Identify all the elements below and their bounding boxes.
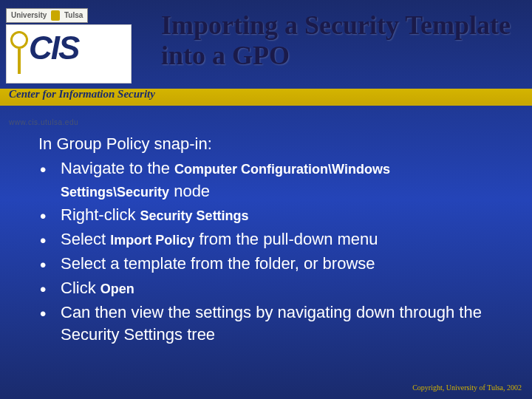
university-bar: University Tulsa (6, 8, 88, 23)
copyright-text: Copyright, University of Tulsa, 2002 (412, 383, 522, 392)
cis-logo: CIS (6, 24, 132, 83)
gold-underline (0, 103, 532, 106)
list-item: Can then view the settings by navigating… (38, 301, 497, 347)
uni-left: University (11, 11, 47, 19)
list-item: Navigate to the Computer Configuration\W… (38, 157, 497, 203)
list-item: Select a template from the folder, or br… (38, 253, 497, 276)
intro-text: In Group Policy snap-in: (38, 133, 497, 156)
list-item: Right-click Security Settings (38, 204, 497, 227)
slide-title: Importing a Security Template into a GPO (161, 10, 516, 72)
url-text: www.cis.utulsa.edu (9, 118, 78, 126)
shield-icon (51, 10, 60, 21)
center-subtitle: Center for Information Security (9, 88, 155, 100)
slide-header: University Tulsa CIS Center for Informat… (0, 0, 532, 108)
slide-content: In Group Policy snap-in: Navigate to the… (38, 133, 497, 348)
key-icon (11, 31, 27, 75)
list-item: Select Import Policy from the pull-down … (38, 228, 497, 251)
cis-text: CIS (29, 30, 78, 66)
list-item: Click Open (38, 277, 497, 300)
bullet-list: Navigate to the Computer Configuration\W… (38, 157, 497, 347)
logo-block: University Tulsa CIS (6, 7, 145, 126)
uni-right: Tulsa (64, 11, 83, 19)
